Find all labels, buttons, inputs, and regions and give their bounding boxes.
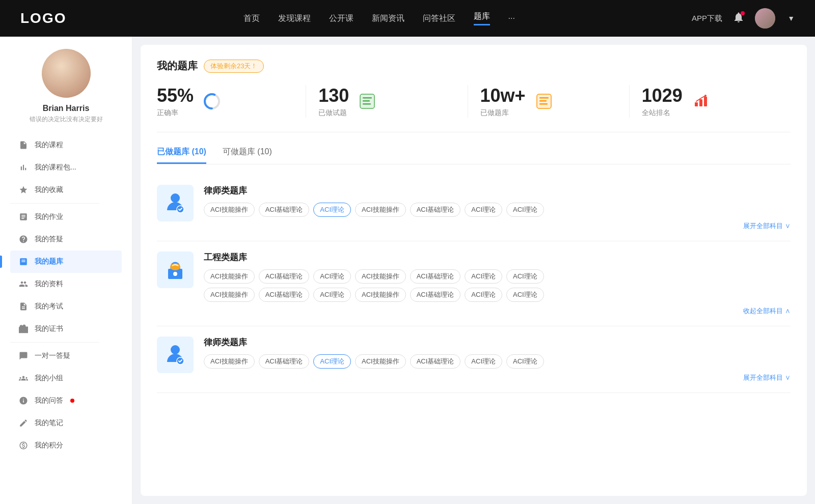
nav-link-bank[interactable]: 题库: [474, 11, 490, 25]
tab-available-banks[interactable]: 可做题库 (10): [223, 147, 272, 164]
tag-item[interactable]: ACI理论: [506, 288, 544, 302]
svg-point-22: [171, 345, 180, 354]
done-banks-label: 已做题库: [480, 108, 526, 118]
nav-link-open-course[interactable]: 公开课: [329, 13, 354, 24]
user-dropdown-arrow[interactable]: ▼: [787, 14, 795, 22]
stat-done-questions: 130 已做试题: [306, 85, 468, 118]
chat-icon: [18, 351, 29, 361]
svg-point-16: [171, 193, 180, 203]
nav-link-more[interactable]: ···: [508, 14, 515, 23]
tag-item[interactable]: ACI基础理论: [410, 288, 461, 302]
tag-item[interactable]: ACI基础理论: [259, 288, 310, 302]
bar-icon: [18, 162, 29, 173]
tag-item[interactable]: ACI基础理论: [410, 354, 461, 369]
sidebar-item-exam[interactable]: 我的考试: [10, 295, 122, 318]
people-icon: [18, 279, 29, 289]
tag-item[interactable]: ACI技能操作: [204, 288, 255, 302]
qa-badge-dot: [70, 399, 74, 403]
tag-item-selected[interactable]: ACI理论: [313, 203, 351, 217]
sidebar-item-question-bank[interactable]: 我的题库: [10, 250, 122, 273]
tag-item[interactable]: ACI技能操作: [355, 288, 406, 302]
accuracy-value: 55%: [157, 85, 194, 106]
notification-bell[interactable]: [732, 11, 745, 25]
nav-logo: LOGO: [20, 10, 66, 26]
sidebar-item-course-package[interactable]: 我的课程包...: [10, 156, 122, 179]
tag-item[interactable]: ACI技能操作: [204, 269, 255, 284]
sidebar-item-favorites[interactable]: 我的收藏: [10, 179, 122, 201]
star-icon: [18, 185, 29, 195]
expand-button[interactable]: 展开全部科目 ∨: [743, 222, 791, 230]
sidebar-label: 一对一答疑: [35, 351, 70, 360]
sidebar-item-notes[interactable]: 我的笔记: [10, 412, 122, 434]
donut-blue-icon: [202, 91, 222, 111]
tag-item[interactable]: ACI理论: [506, 354, 544, 369]
tag-item[interactable]: ACI技能操作: [355, 203, 406, 217]
sidebar-label: 我的考试: [35, 302, 63, 311]
qbank-content: 律师类题库 ACI技能操作 ACI基础理论 ACI理论 ACI技能操作 ACI基…: [204, 337, 791, 382]
app-download-button[interactable]: APP下载: [692, 14, 722, 23]
sidebar-item-my-qa[interactable]: 我的问答: [10, 389, 122, 412]
sidebar-item-profile[interactable]: 我的资料: [10, 273, 122, 295]
tag-item[interactable]: ACI理论: [313, 269, 351, 284]
tag-item[interactable]: ACI理论: [465, 354, 502, 369]
tag-item[interactable]: ACI理论: [465, 269, 502, 284]
qbank-item: 律师类题库 ACI技能操作 ACI基础理论 ACI理论 ACI技能操作 ACI基…: [157, 326, 791, 393]
tag-item[interactable]: ACI基础理论: [259, 354, 310, 369]
sidebar-item-tutoring[interactable]: 一对一答疑: [10, 345, 122, 367]
sidebar-label: 我的证书: [35, 324, 63, 333]
qbank-tags-row2: ACI技能操作 ACI基础理论 ACI理论 ACI技能操作 ACI基础理论 AC…: [204, 288, 791, 302]
sidebar-item-group[interactable]: 我的小组: [10, 367, 122, 389]
avatar-image: [42, 49, 91, 98]
qbank-content: 工程类题库 ACI技能操作 ACI基础理论 ACI理论 ACI技能操作 ACI基…: [204, 251, 791, 316]
nav-link-courses[interactable]: 发现课程: [278, 13, 311, 24]
cert-icon: [18, 324, 29, 334]
user-avatar[interactable]: [755, 8, 775, 29]
svg-rect-9: [539, 97, 549, 99]
sidebar-item-points[interactable]: 我的积分: [10, 434, 122, 457]
trial-badge: 体验剩余23天！: [204, 60, 264, 73]
svg-point-15: [704, 95, 707, 97]
list-green-icon: [357, 91, 377, 111]
sidebar-label: 我的答疑: [35, 235, 63, 244]
tag-item[interactable]: ACI技能操作: [355, 354, 406, 369]
tab-done-banks[interactable]: 已做题库 (10): [157, 147, 206, 164]
svg-rect-4: [363, 97, 372, 99]
sidebar-item-courses[interactable]: 我的课程: [10, 134, 122, 156]
tag-item[interactable]: ACI基础理论: [410, 269, 461, 284]
done-questions-value: 130: [318, 85, 349, 106]
tag-item[interactable]: ACI理论: [506, 203, 544, 217]
tag-item-selected[interactable]: ACI理论: [313, 354, 351, 369]
tag-item[interactable]: ACI技能操作: [355, 269, 406, 284]
nav-link-home[interactable]: 首页: [243, 13, 260, 24]
tag-item[interactable]: ACI理论: [313, 288, 351, 302]
profile-motto: 错误的决定比没有决定要好: [30, 115, 103, 124]
tag-item[interactable]: ACI基础理论: [259, 203, 310, 217]
nav-link-news[interactable]: 新闻资讯: [372, 13, 404, 24]
tag-item[interactable]: ACI技能操作: [204, 203, 255, 217]
tag-item[interactable]: ACI理论: [465, 288, 502, 302]
qbank-tags: ACI技能操作 ACI基础理论 ACI理论 ACI技能操作 ACI基础理论 AC…: [204, 203, 791, 217]
svg-rect-5: [363, 100, 370, 102]
main-layout: Brian Harris 错误的决定比没有决定要好 我的课程 我的课程包... …: [0, 37, 815, 504]
stats-row: 55% 正确率 130 已做试题: [157, 85, 791, 132]
tag-item[interactable]: ACI技能操作: [204, 354, 255, 369]
sidebar-item-certificate[interactable]: 我的证书: [10, 318, 122, 340]
rank-label: 全站排名: [642, 108, 683, 118]
tag-item[interactable]: ACI理论: [506, 269, 544, 284]
sidebar-label: 我的笔记: [35, 418, 63, 428]
tag-item[interactable]: ACI理论: [465, 203, 502, 217]
sidebar-item-qa-mine[interactable]: 我的答疑: [10, 228, 122, 250]
sidebar-label: 我的课程: [35, 141, 63, 150]
expand-button[interactable]: 展开全部科目 ∨: [743, 374, 791, 381]
tag-item[interactable]: ACI基础理论: [410, 203, 461, 217]
page-title: 我的题库: [157, 59, 198, 73]
svg-rect-11: [539, 103, 548, 105]
note-icon: [18, 418, 29, 428]
question-icon: [18, 234, 29, 244]
nav-link-qa[interactable]: 问答社区: [423, 13, 455, 24]
sidebar-item-homework[interactable]: 我的作业: [10, 206, 122, 228]
stat-accuracy: 55% 正确率: [157, 85, 306, 118]
collapse-button[interactable]: 收起全部科目 ∧: [743, 307, 791, 315]
tag-item[interactable]: ACI基础理论: [259, 269, 310, 284]
stat-rank: 1029 全站排名: [630, 85, 791, 118]
